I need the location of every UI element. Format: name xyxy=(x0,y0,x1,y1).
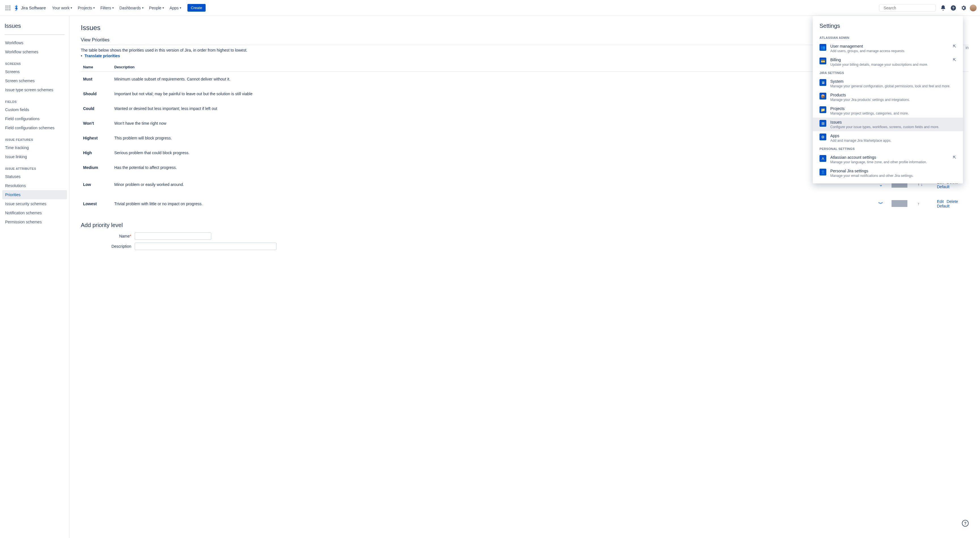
panel-item-desc: Manage your general configuration, globa… xyxy=(830,84,956,88)
svg-point-5 xyxy=(10,7,10,8)
priority-name: Highest xyxy=(81,131,112,145)
priority-desc: Important but not vital; may be painful … xyxy=(112,86,872,101)
panel-item-title: Personal Jira settings xyxy=(830,169,956,173)
billing-icon: 💳 xyxy=(819,57,826,64)
priority-desc: Trivial problem with little or no impact… xyxy=(112,194,872,213)
search-input[interactable] xyxy=(884,6,933,10)
svg-point-0 xyxy=(6,5,6,6)
sidebar-item-issue-security-schemes[interactable]: Issue security schemes xyxy=(2,199,67,208)
panel-item-issues[interactable]: ⊞ Issues Configure your issue types, wor… xyxy=(813,117,963,131)
sidebar: Issues WorkflowsWorkflow schemes SCREENS… xyxy=(0,16,70,538)
sidebar-item-permission-schemes[interactable]: Permission schemes xyxy=(2,217,67,227)
notifications-icon[interactable] xyxy=(939,3,948,13)
double-chevron-down-icon: ︾ xyxy=(878,201,883,206)
panel-item-apps[interactable]: ⚙ Apps Add and manage Jira Marketplace a… xyxy=(813,131,963,145)
app-switcher-icon[interactable] xyxy=(3,3,13,13)
translate-link[interactable]: Translate priorities xyxy=(84,54,120,58)
settings-icon[interactable] xyxy=(959,3,968,13)
panel-item-title: Atlassian account settings xyxy=(830,155,953,160)
sidebar-item-field-configurations[interactable]: Field configurations xyxy=(2,114,67,123)
priority-desc: Minor problem or easily worked around. xyxy=(112,175,872,194)
system-icon: 🖥 xyxy=(819,79,826,86)
svg-point-6 xyxy=(6,10,6,10)
panel-item-products[interactable]: 📦 Products Manage your Jira products' se… xyxy=(813,90,963,104)
priority-name: Must xyxy=(81,72,112,87)
panel-item-desc: Configure your issue types, workflows, s… xyxy=(830,125,956,129)
panel-item-system[interactable]: 🖥 System Manage your general configurati… xyxy=(813,77,963,90)
search-icon xyxy=(881,6,882,10)
avatar[interactable] xyxy=(970,5,977,11)
panel-item-billing[interactable]: 💳 Billing Update your billing details, m… xyxy=(813,55,963,69)
panel-item-personal-jira-settings[interactable]: 👤 Personal Jira settings Manage your ema… xyxy=(813,167,963,180)
panel-item-title: Billing xyxy=(830,57,953,62)
chevron-down-icon: ▾ xyxy=(142,6,143,10)
sidebar-item-statuses[interactable]: Statuses xyxy=(2,172,67,181)
panel-group-label: JIRA SETTINGS xyxy=(813,69,963,77)
panel-item-title: Products xyxy=(830,93,956,97)
help-float-icon[interactable]: ? xyxy=(962,520,969,527)
sidebar-item-workflows[interactable]: Workflows xyxy=(2,38,67,48)
svg-text:?: ? xyxy=(952,6,955,10)
truncated-text: in xyxy=(966,45,969,50)
priority-desc: Has the potential to affect progress. xyxy=(112,160,872,175)
panel-title: Settings xyxy=(813,23,963,34)
default-link[interactable]: Default xyxy=(937,204,950,208)
desc-label: Description xyxy=(81,244,135,249)
external-link-icon: ⇱ xyxy=(953,155,956,160)
name-input[interactable] xyxy=(135,232,211,240)
projects-icon: 📁 xyxy=(819,106,826,113)
sidebar-item-screen-schemes[interactable]: Screen schemes xyxy=(2,76,67,85)
priority-desc: Serious problem that could block progres… xyxy=(112,145,872,160)
chevron-down-icon: ▾ xyxy=(112,6,114,10)
priority-name: Should xyxy=(81,86,112,101)
sidebar-item-priorities[interactable]: Priorities xyxy=(2,190,67,199)
name-label: Name* xyxy=(81,234,135,238)
sidebar-group-label: FIELDS xyxy=(2,94,67,105)
nav-item-filters[interactable]: Filters▾ xyxy=(98,4,116,12)
nav-item-people[interactable]: People▾ xyxy=(147,4,167,12)
nav-item-dashboards[interactable]: Dashboards▾ xyxy=(117,4,146,12)
move-up-icon[interactable]: ↑ xyxy=(918,202,920,206)
priority-name: Medium xyxy=(81,160,112,175)
sidebar-item-resolutions[interactable]: Resolutions xyxy=(2,181,67,190)
svg-point-4 xyxy=(7,7,8,8)
edit-link[interactable]: Edit xyxy=(937,199,944,204)
priority-name: Won't xyxy=(81,116,112,131)
panel-item-desc: Manage your Jira products' settings and … xyxy=(830,98,956,102)
panel-item-title: Issues xyxy=(830,120,956,124)
chevron-down-icon: ▾ xyxy=(71,6,72,10)
desc-input[interactable] xyxy=(135,243,277,250)
help-icon[interactable]: ? xyxy=(949,3,958,13)
panel-item-atlassian-account-settings[interactable]: A Atlassian account settings Manage your… xyxy=(813,153,963,167)
nav-item-projects[interactable]: Projects▾ xyxy=(75,4,97,12)
priority-name: Could xyxy=(81,101,112,116)
external-link-icon: ⇱ xyxy=(953,44,956,48)
sidebar-item-notification-schemes[interactable]: Notification schemes xyxy=(2,208,67,217)
jira-logo[interactable]: Jira Software xyxy=(14,5,46,11)
sidebar-item-workflow-schemes[interactable]: Workflow schemes xyxy=(2,48,67,56)
apps-icon: ⚙ xyxy=(819,133,826,140)
panel-group-label: PERSONAL SETTINGS xyxy=(813,145,963,153)
nav-item-your-work[interactable]: Your work▾ xyxy=(50,4,75,12)
svg-point-8 xyxy=(10,10,10,10)
priority-desc: Minimum usable subset of requirements. C… xyxy=(112,72,872,87)
panel-item-title: Apps xyxy=(830,133,956,138)
sidebar-item-custom-fields[interactable]: Custom fields xyxy=(2,105,67,114)
delete-link[interactable]: Delete xyxy=(947,199,958,204)
users-icon: 👥 xyxy=(819,44,826,51)
chevron-down-icon: ▾ xyxy=(180,6,181,10)
default-link[interactable]: Default xyxy=(937,184,950,189)
nav-item-apps[interactable]: Apps▾ xyxy=(167,4,183,12)
panel-item-projects[interactable]: 📁 Projects Manage your project settings,… xyxy=(813,104,963,117)
panel-item-user-management[interactable]: 👥 User management Add users, groups, and… xyxy=(813,42,963,55)
panel-item-desc: Add users, groups, and manage access req… xyxy=(830,49,953,53)
sidebar-item-time-tracking[interactable]: Time tracking xyxy=(2,143,67,152)
search-box[interactable] xyxy=(879,4,936,12)
create-button[interactable]: Create xyxy=(188,4,205,12)
account-icon: A xyxy=(819,155,826,162)
sidebar-item-screens[interactable]: Screens xyxy=(2,67,67,76)
sidebar-item-field-configuration-schemes[interactable]: Field configuration schemes xyxy=(2,123,67,132)
sidebar-item-issue-type-screen-schemes[interactable]: Issue type screen schemes xyxy=(2,85,67,94)
sidebar-item-issue-linking[interactable]: Issue linking xyxy=(2,152,67,161)
svg-point-2 xyxy=(10,5,10,6)
